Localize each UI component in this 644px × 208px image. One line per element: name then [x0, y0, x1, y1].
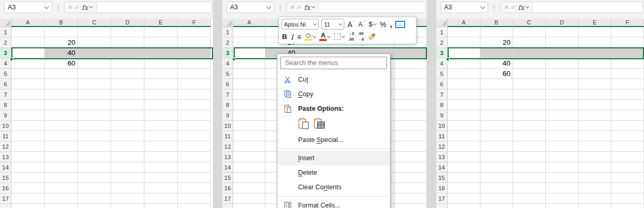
cell-E13[interactable] — [144, 152, 178, 162]
cell-F4[interactable] — [611, 58, 644, 69]
cell-F3[interactable] — [611, 48, 644, 58]
cell-B8[interactable] — [45, 100, 78, 110]
cell-C12[interactable] — [78, 141, 111, 152]
column-header-A[interactable]: A — [448, 19, 480, 27]
row-header-17[interactable]: 17 — [436, 193, 448, 204]
cell-A3[interactable] — [11, 48, 45, 58]
format-painter-button[interactable] — [367, 33, 377, 41]
cell-C1[interactable] — [513, 27, 546, 37]
cell-A2[interactable] — [233, 37, 265, 48]
cell-E8[interactable] — [579, 100, 611, 110]
row-header-8[interactable]: 8 — [0, 100, 11, 110]
cell-F18[interactable] — [178, 204, 211, 208]
cell-F14[interactable] — [395, 162, 427, 173]
cell-D12[interactable] — [111, 141, 144, 152]
cell-D16[interactable] — [546, 183, 579, 193]
cell-D1[interactable] — [111, 27, 144, 37]
cell-F1[interactable] — [611, 27, 644, 37]
cell-E6[interactable] — [144, 79, 178, 89]
row-header-9[interactable]: 9 — [436, 110, 448, 121]
cell-F15[interactable] — [611, 173, 644, 183]
cell-E1[interactable] — [144, 27, 178, 37]
insert-function-icon[interactable]: fx — [304, 4, 310, 11]
cell-A12[interactable] — [448, 141, 480, 152]
bold-button[interactable]: B — [281, 33, 288, 41]
cell-D13[interactable] — [111, 152, 144, 162]
cell-E18[interactable] — [579, 204, 611, 208]
cell-D4[interactable] — [546, 58, 579, 69]
row-header-9[interactable]: 9 — [222, 110, 233, 121]
row-header-18[interactable] — [0, 204, 11, 208]
cell-A14[interactable] — [11, 162, 45, 173]
select-all-corner[interactable] — [0, 19, 11, 27]
cell-F2[interactable] — [611, 37, 644, 48]
cell-B11[interactable] — [480, 131, 513, 141]
align-center-button[interactable]: ≡ — [297, 33, 302, 41]
cell-F14[interactable] — [178, 162, 211, 173]
cell-D6[interactable] — [546, 79, 579, 89]
cell-D9[interactable] — [111, 110, 144, 121]
row-header-5[interactable]: 5 — [436, 69, 448, 79]
cell-B9[interactable] — [480, 110, 513, 121]
cell-F15[interactable] — [395, 173, 427, 183]
fill-color-button[interactable] — [304, 33, 316, 41]
cell-F7[interactable] — [178, 89, 211, 100]
cell-F10[interactable] — [178, 121, 211, 131]
cell-A1[interactable] — [233, 27, 265, 37]
cell-F16[interactable] — [395, 183, 427, 193]
borders-button[interactable] — [333, 33, 345, 40]
cell-A3[interactable] — [233, 48, 265, 58]
enter-icon[interactable]: ✓ — [297, 4, 302, 10]
paste-button[interactable] — [298, 118, 309, 131]
cell-D15[interactable] — [111, 173, 144, 183]
row-header-11[interactable]: 11 — [0, 131, 11, 141]
cell-B14[interactable] — [45, 162, 78, 173]
cell-A11[interactable] — [448, 131, 480, 141]
cell-F17[interactable] — [611, 193, 644, 204]
cell-B10[interactable] — [480, 121, 513, 131]
cell-F12[interactable] — [395, 141, 427, 152]
cell-A6[interactable] — [448, 79, 480, 89]
cell-E3[interactable] — [579, 48, 611, 58]
row-header-15[interactable]: 15 — [222, 173, 233, 183]
cell-F7[interactable] — [395, 89, 427, 100]
row-header-14[interactable]: 14 — [0, 162, 11, 173]
cell-B8[interactable] — [480, 100, 513, 110]
cell-C14[interactable] — [78, 162, 111, 173]
cancel-icon[interactable]: × — [68, 4, 72, 11]
cell-A7[interactable] — [11, 89, 45, 100]
cell-B18[interactable] — [45, 204, 78, 208]
cell-B13[interactable] — [45, 152, 78, 162]
row-header-8[interactable]: 8 — [222, 100, 233, 110]
row-header-6[interactable]: 6 — [222, 79, 233, 89]
cell-A16[interactable] — [448, 183, 480, 193]
cell-D13[interactable] — [546, 152, 579, 162]
cell-B3[interactable]: 40 — [45, 48, 78, 58]
menu-item-delete[interactable]: Delete — [277, 165, 390, 180]
cell-A14[interactable] — [448, 162, 480, 173]
cell-D9[interactable] — [546, 110, 579, 121]
cell-C8[interactable] — [513, 100, 546, 110]
cell-A17[interactable] — [11, 193, 45, 204]
cell-A10[interactable] — [11, 121, 45, 131]
comma-style-button[interactable]: , — [390, 22, 393, 27]
cell-F10[interactable] — [395, 121, 427, 131]
cell-C3[interactable] — [513, 48, 546, 58]
row-header-17[interactable]: 17 — [222, 193, 233, 204]
menu-search-input[interactable] — [280, 57, 387, 69]
row-header-15[interactable]: 15 — [436, 173, 448, 183]
cell-C7[interactable] — [513, 89, 546, 100]
cell-F6[interactable] — [395, 79, 427, 89]
cell-F17[interactable] — [178, 193, 211, 204]
row-header-14[interactable]: 14 — [222, 162, 233, 173]
cell-E4[interactable] — [144, 58, 178, 69]
cell-B1[interactable] — [480, 27, 513, 37]
cell-D11[interactable] — [111, 131, 144, 141]
cell-F16[interactable] — [178, 183, 211, 193]
cell-F9[interactable] — [395, 110, 427, 121]
cell-A2[interactable] — [448, 37, 480, 48]
select-all-corner[interactable] — [436, 19, 448, 27]
cell-A15[interactable] — [11, 173, 45, 183]
cell-C11[interactable] — [78, 131, 111, 141]
cell-F13[interactable] — [395, 152, 427, 162]
